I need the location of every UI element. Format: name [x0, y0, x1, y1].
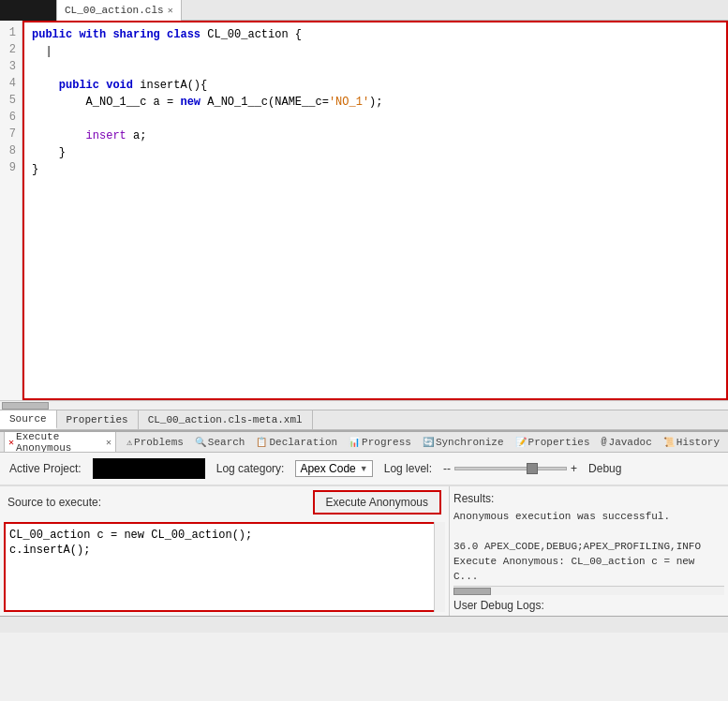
- nav-javadoc-label: Javadoc: [609, 437, 652, 448]
- source-code-line2: c.insertA();: [9, 543, 439, 558]
- log-category-label: Log category:: [216, 462, 285, 475]
- nav-problems[interactable]: ⚠ Problems: [122, 435, 188, 450]
- results-scroll-thumb[interactable]: [453, 588, 491, 595]
- editor-section: CL_00_action.cls ✕ 1 2 3 4 5 6 7 8 9 pub…: [0, 0, 728, 431]
- nav-prop-label: Properties: [528, 437, 590, 448]
- results-h-scrollbar[interactable]: [453, 586, 724, 595]
- file-tab-label: CL_00_action.cls: [65, 5, 164, 16]
- log-category-value: Apex Code: [300, 462, 355, 475]
- source-code-line1: CL_00_action c = new CL_00_action();: [9, 528, 439, 543]
- nav-properties[interactable]: 📝 Properties: [511, 435, 595, 450]
- nav-progress[interactable]: 📊 Progress: [344, 435, 416, 450]
- results-panel: Results: Anonymous execution was success…: [450, 486, 728, 616]
- execute-icon: ✕: [8, 437, 14, 448]
- controls-row: Active Project: Log category: Apex Code …: [0, 453, 728, 485]
- log-category-select[interactable]: Apex Code ▼: [295, 460, 372, 477]
- dark-tab[interactable]: [0, 0, 56, 21]
- execute-tab-label: Execute Anonymous: [16, 432, 104, 453]
- source-title: Source to execute:: [7, 496, 101, 509]
- results-title: Results:: [453, 490, 724, 509]
- h-scrollbar-thumb[interactable]: [2, 402, 49, 410]
- nav-search[interactable]: 🔍 Search: [190, 435, 250, 450]
- slider-plus: +: [571, 462, 577, 475]
- log-level-value: --: [443, 462, 451, 475]
- tab-properties[interactable]: Properties: [57, 410, 139, 429]
- code-line: insert a;: [32, 127, 719, 144]
- execute-close-icon[interactable]: ✕: [106, 437, 111, 448]
- source-v-scrollbar[interactable]: [434, 522, 445, 612]
- code-line: [32, 111, 719, 127]
- synchronize-icon: 🔄: [423, 437, 434, 448]
- problems-icon: ⚠: [126, 437, 132, 448]
- file-tab[interactable]: CL_00_action.cls ✕: [56, 0, 182, 21]
- result-line1: Anonymous execution was successful.: [453, 509, 724, 524]
- search-icon: 🔍: [195, 437, 206, 448]
- code-line: }: [32, 144, 719, 161]
- nav-synchronize-label: Synchronize: [436, 437, 504, 448]
- log-level-slider-thumb[interactable]: [527, 463, 538, 474]
- nav-history[interactable]: 📜 History: [659, 435, 724, 450]
- execute-anonymous-tab[interactable]: ✕ Execute Anonymous ✕: [4, 432, 116, 453]
- header-nav: ⚠ Problems 🔍 Search 📋 Declaration 📊 Prog…: [122, 435, 724, 450]
- log-level-slider-container: -- +: [443, 462, 577, 475]
- code-line: A_NO_1__c a = new A_NO_1__c(NAME__c='NO_…: [32, 94, 719, 111]
- code-line: }: [32, 161, 719, 178]
- code-line: |: [32, 43, 719, 60]
- execute-anonymous-button[interactable]: Execute Anonymous: [313, 490, 441, 515]
- history-icon: 📜: [663, 437, 675, 448]
- editor-bottom-tabs: Source Properties CL_00_action.cls-meta.…: [0, 410, 728, 430]
- source-editor[interactable]: CL_00_action c = new CL_00_action(); c.i…: [4, 522, 445, 612]
- nav-history-label: History: [676, 437, 720, 448]
- nav-synchronize[interactable]: 🔄 Synchronize: [418, 435, 509, 450]
- main-content: Source to execute: Execute Anonymous CL_…: [0, 485, 728, 616]
- nav-javadoc[interactable]: @ Javadoc: [597, 435, 657, 450]
- nav-declaration-label: Declaration: [269, 437, 337, 448]
- properties-icon: 📝: [515, 437, 527, 448]
- result-line3: 36.0 APEX_CODE,DEBUG;APEX_PROFILING,INFO: [453, 539, 724, 554]
- nav-problems-label: Problems: [134, 437, 184, 448]
- line-numbers: 1 2 3 4 5 6 7 8 9: [0, 21, 22, 400]
- javadoc-icon: @: [602, 437, 607, 447]
- execute-panel-header: ✕ Execute Anonymous ✕ ⚠ Problems 🔍 Searc…: [0, 432, 728, 453]
- debug-label: Debug: [588, 462, 621, 475]
- project-value-box[interactable]: [93, 458, 205, 479]
- tab-source[interactable]: Source: [0, 410, 57, 429]
- nav-declaration[interactable]: 📋 Declaration: [251, 435, 342, 450]
- log-level-label: Log level:: [384, 462, 432, 475]
- code-line: [32, 60, 719, 77]
- source-panel: Source to execute: Execute Anonymous CL_…: [0, 486, 450, 616]
- code-line: public void insertA(){: [32, 77, 719, 94]
- editor-tab-bar: CL_00_action.cls ✕: [0, 0, 728, 21]
- tab-cls-meta[interactable]: CL_00_action.cls-meta.xml: [139, 410, 313, 429]
- log-level-slider-track[interactable]: [454, 467, 567, 470]
- code-editor[interactable]: 1 2 3 4 5 6 7 8 9 public with sharing cl…: [0, 21, 728, 400]
- status-bar: [0, 616, 728, 633]
- code-content-area[interactable]: public with sharing class CL_00_action {…: [22, 21, 728, 400]
- result-line4: Execute Anonymous: CL_00_action c = new …: [453, 554, 724, 584]
- nav-search-label: Search: [208, 437, 245, 448]
- result-line2: [453, 524, 724, 539]
- declaration-icon: 📋: [256, 437, 267, 448]
- results-content: Anonymous execution was successful. 36.0…: [453, 509, 724, 584]
- dropdown-arrow-icon: ▼: [360, 464, 368, 473]
- source-header: Source to execute: Execute Anonymous: [0, 486, 449, 518]
- editor-h-scrollbar[interactable]: [0, 400, 728, 410]
- tab-close-icon[interactable]: ✕: [168, 5, 173, 16]
- execute-anonymous-panel: ✕ Execute Anonymous ✕ ⚠ Problems 🔍 Searc…: [0, 431, 728, 616]
- active-project-label: Active Project:: [9, 462, 82, 475]
- nav-progress-label: Progress: [362, 437, 411, 448]
- progress-icon: 📊: [349, 437, 360, 448]
- user-debug-logs: User Debug Logs:: [453, 595, 724, 612]
- code-line: public with sharing class CL_00_action {: [32, 26, 719, 43]
